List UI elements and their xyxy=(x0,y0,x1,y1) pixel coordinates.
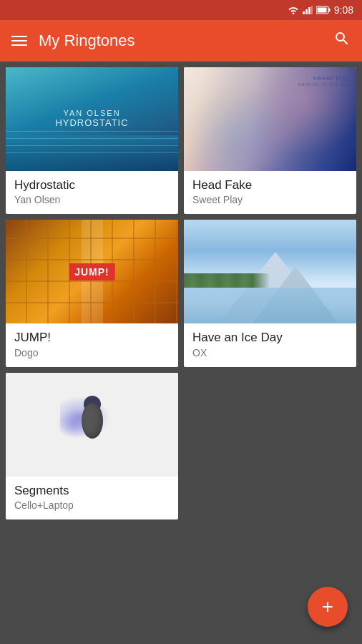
signal-icon xyxy=(303,6,313,14)
svg-rect-0 xyxy=(303,11,305,14)
search-icon[interactable] xyxy=(333,30,351,52)
card-info: Have an Ice Day OX xyxy=(184,323,356,366)
card-subtitle: Cello+Laptop xyxy=(14,499,170,511)
menu-icon[interactable] xyxy=(11,36,27,46)
iceday-trees xyxy=(184,273,356,288)
card-subtitle: OX xyxy=(192,347,348,358)
card-info: Head Fake Sweet Play xyxy=(184,171,356,214)
album-art-hydrostatic: YAN OLSEN HYDROSTATIC xyxy=(6,67,178,171)
card-segments[interactable]: Segments Cello+Laptop xyxy=(6,373,178,519)
bug-body xyxy=(82,403,103,439)
svg-rect-1 xyxy=(305,9,308,14)
status-bar: 9:08 xyxy=(0,0,362,20)
card-subtitle: Sweet Play xyxy=(192,194,348,205)
svg-rect-2 xyxy=(308,7,310,14)
card-subtitle: Dogo xyxy=(14,347,170,358)
album-artist: YAN OLSEN xyxy=(55,109,128,117)
card-info: Segments Cello+Laptop xyxy=(6,477,178,519)
card-title: Segments xyxy=(14,484,170,498)
svg-rect-5 xyxy=(317,8,326,13)
card-title: JUMP! xyxy=(14,331,170,345)
card-jump[interactable]: JUMP! JUMP! Dogo xyxy=(6,220,178,366)
album-art-headfake: sweet play colours of the day xyxy=(184,67,356,171)
jump-sign: JUMP! xyxy=(69,263,115,280)
wifi-icon xyxy=(288,6,299,14)
card-title: Head Fake xyxy=(192,178,348,192)
svg-rect-3 xyxy=(311,6,313,14)
app-title: My Ringtones xyxy=(39,31,322,50)
card-title: Hydrostatic xyxy=(14,178,170,192)
card-hydrostatic[interactable]: YAN OLSEN HYDROSTATIC Hydrostatic Yan Ol… xyxy=(6,67,178,214)
status-time: 9:08 xyxy=(334,4,353,16)
card-info: JUMP! Dogo xyxy=(6,323,178,366)
card-info: Hydrostatic Yan Olsen xyxy=(6,171,178,214)
album-art-segments xyxy=(6,373,178,477)
headfake-label: sweet play colours of the day xyxy=(298,74,351,87)
svg-rect-6 xyxy=(328,9,330,12)
card-headfake[interactable]: sweet play colours of the day Head Fake … xyxy=(184,67,356,214)
card-title: Have an Ice Day xyxy=(192,331,348,345)
segments-bug xyxy=(57,389,128,460)
album-art-jump: JUMP! xyxy=(6,220,178,323)
fab-plus-icon: + xyxy=(322,597,333,617)
battery-icon xyxy=(316,6,331,14)
toolbar: My Ringtones xyxy=(0,20,362,62)
fab-add-button[interactable]: + xyxy=(308,587,348,627)
ringtones-grid: YAN OLSEN HYDROSTATIC Hydrostatic Yan Ol… xyxy=(0,62,362,525)
album-art-iceday xyxy=(184,220,356,323)
status-icons: 9:08 xyxy=(288,4,353,16)
card-subtitle: Yan Olsen xyxy=(14,194,170,205)
album-overlay-text: YAN OLSEN HYDROSTATIC xyxy=(55,109,128,128)
card-iceday[interactable]: Have an Ice Day OX xyxy=(184,220,356,366)
album-name-text: HYDROSTATIC xyxy=(55,117,128,128)
iceday-water xyxy=(184,288,356,324)
